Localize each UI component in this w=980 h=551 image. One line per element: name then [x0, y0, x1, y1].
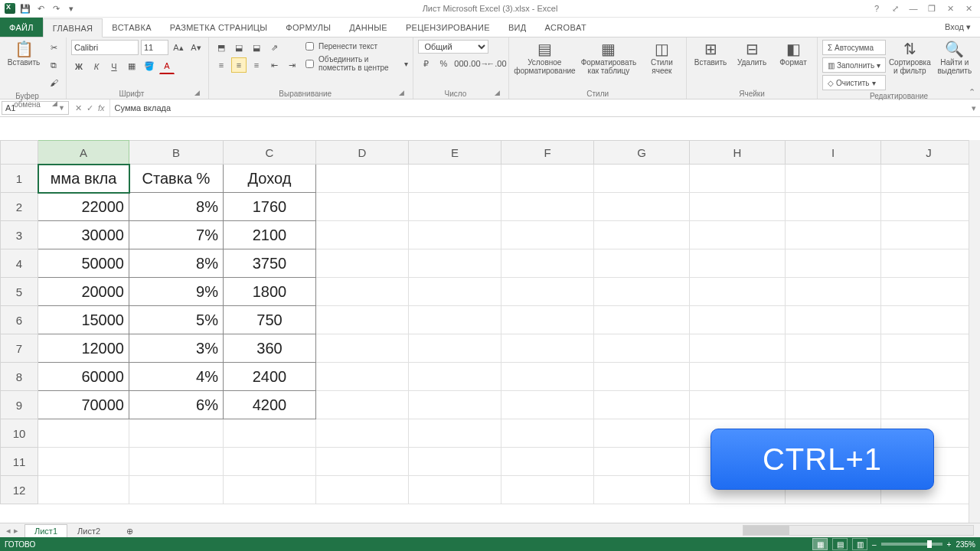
cell-E6[interactable]	[409, 306, 501, 334]
cell-C6[interactable]: 750	[224, 306, 316, 334]
cell-I6[interactable]	[786, 306, 881, 334]
cell-F4[interactable]	[501, 249, 594, 278]
row-header-1[interactable]: 1	[1, 165, 38, 193]
sheet-nav-next[interactable]: ▸	[14, 526, 18, 536]
cell-E5[interactable]	[409, 278, 501, 306]
cell-C10[interactable]	[224, 419, 316, 448]
row-header-2[interactable]: 2	[1, 193, 38, 221]
cell-D12[interactable]	[316, 476, 409, 504]
cell-H7[interactable]	[690, 334, 786, 363]
cell-E1[interactable]	[409, 165, 501, 193]
cell-C3[interactable]: 2100	[224, 221, 316, 249]
cell-G1[interactable]	[594, 165, 690, 193]
percent-format-button[interactable]: %	[436, 56, 451, 71]
cell-A5[interactable]: 20000	[38, 278, 129, 306]
col-header-G[interactable]: G	[594, 141, 690, 165]
view-page-break-button[interactable]: ▥	[852, 538, 867, 550]
cell-D9[interactable]	[316, 391, 409, 419]
insert-cells-button[interactable]: ⊞Вставить	[691, 40, 730, 68]
cell-H5[interactable]	[690, 278, 786, 306]
cell-H4[interactable]	[690, 249, 786, 278]
clear-button[interactable]: ◇Очистить ▾	[822, 75, 886, 90]
cell-J4[interactable]	[881, 249, 977, 278]
cell-I7[interactable]	[786, 334, 881, 363]
format-as-table-button[interactable]: ▦Форматировать как таблицу	[578, 40, 639, 77]
fill-color-button[interactable]: 🪣	[142, 59, 157, 74]
h-scroll-thumb[interactable]	[743, 526, 789, 535]
view-page-layout-button[interactable]: ▤	[832, 538, 848, 550]
cell-J1[interactable]	[881, 165, 977, 193]
expand-formula-bar[interactable]: ▾	[968, 99, 980, 116]
align-right-button[interactable]: ≡	[249, 57, 264, 73]
conditional-formatting-button[interactable]: ▤Условное форматирование	[514, 40, 575, 77]
row-header-5[interactable]: 5	[1, 278, 38, 306]
cell-A3[interactable]: 30000	[38, 221, 129, 249]
vertical-scrollbar[interactable]	[969, 140, 980, 523]
col-header-H[interactable]: H	[690, 141, 786, 165]
cell-J5[interactable]	[881, 278, 977, 306]
format-cells-button[interactable]: ◧Формат	[774, 40, 812, 68]
zoom-in-button[interactable]: +	[947, 540, 952, 549]
cut-button[interactable]: ✂	[46, 40, 61, 55]
cell-J2[interactable]	[881, 193, 977, 221]
qat-customize[interactable]: ▾	[66, 3, 77, 14]
grow-font-button[interactable]: A▴	[171, 40, 186, 55]
tab-review[interactable]: РЕЦЕНЗИРОВАНИЕ	[397, 18, 499, 37]
sort-filter-button[interactable]: ⇅Сортировка и фильтр	[889, 40, 930, 77]
tab-data[interactable]: ДАННЫЕ	[340, 18, 397, 37]
zoom-level[interactable]: 235%	[956, 540, 975, 549]
cell-G2[interactable]	[594, 193, 690, 221]
cell-J7[interactable]	[881, 334, 977, 363]
cell-G11[interactable]	[594, 448, 690, 476]
number-format-select[interactable]: Общий	[418, 40, 488, 54]
collapse-ribbon-button[interactable]: ⌃	[969, 87, 975, 97]
font-color-button[interactable]: A	[159, 58, 175, 74]
row-header-12[interactable]: 12	[1, 476, 38, 504]
font-name-select[interactable]	[71, 40, 139, 55]
cell-A4[interactable]: 50000	[38, 249, 129, 278]
cell-C11[interactable]	[224, 448, 316, 476]
row-header-8[interactable]: 8	[1, 363, 38, 391]
cell-F10[interactable]	[501, 419, 594, 448]
cell-E7[interactable]	[409, 334, 501, 363]
cell-E11[interactable]	[409, 448, 501, 476]
cell-I2[interactable]	[786, 193, 881, 221]
cell-A12[interactable]	[38, 476, 129, 504]
tab-file[interactable]: ФАЙЛ	[0, 18, 43, 37]
tab-acrobat[interactable]: ACROBAT	[535, 18, 595, 37]
cancel-formula-button[interactable]: ✕	[75, 103, 82, 113]
cell-A2[interactable]: 22000	[38, 193, 129, 221]
decrease-decimal-button[interactable]: ←.00	[488, 56, 504, 71]
cell-G5[interactable]	[594, 278, 690, 306]
cell-B6[interactable]: 5%	[129, 306, 224, 334]
cell-E10[interactable]	[409, 419, 501, 448]
cell-D2[interactable]	[316, 193, 409, 221]
cell-F11[interactable]	[501, 448, 594, 476]
wrap-text-button[interactable]: Перенести текст	[302, 40, 408, 53]
cell-H2[interactable]	[690, 193, 786, 221]
select-all-cell[interactable]	[1, 141, 38, 165]
cell-G8[interactable]	[594, 363, 690, 391]
cell-D3[interactable]	[316, 221, 409, 249]
cell-D7[interactable]	[316, 334, 409, 363]
cell-E12[interactable]	[409, 476, 501, 504]
col-header-B[interactable]: B	[129, 141, 224, 165]
col-header-C[interactable]: C	[224, 141, 316, 165]
sheet-tab-2[interactable]: Лист2	[67, 524, 110, 537]
zoom-slider[interactable]	[881, 543, 942, 546]
cell-A11[interactable]	[38, 448, 129, 476]
cell-E2[interactable]	[409, 193, 501, 221]
fx-button[interactable]: fx	[98, 103, 105, 112]
close-button[interactable]: ✕	[942, 2, 959, 15]
tab-page-layout[interactable]: РАЗМЕТКА СТРАНИЦЫ	[161, 18, 277, 37]
cell-B12[interactable]	[129, 476, 224, 504]
sheet-nav-prev[interactable]: ◂	[6, 526, 11, 536]
increase-indent-button[interactable]: ⇥	[284, 57, 299, 73]
formula-bar[interactable]: Сумма вклада	[110, 99, 968, 116]
tab-home[interactable]: ГЛАВНАЯ	[43, 18, 103, 37]
increase-decimal-button[interactable]: .00→	[471, 56, 486, 71]
format-painter-button[interactable]: 🖌	[46, 75, 61, 90]
cell-E3[interactable]	[409, 221, 501, 249]
cell-A8[interactable]: 60000	[38, 363, 129, 391]
cell-G12[interactable]	[594, 476, 690, 504]
